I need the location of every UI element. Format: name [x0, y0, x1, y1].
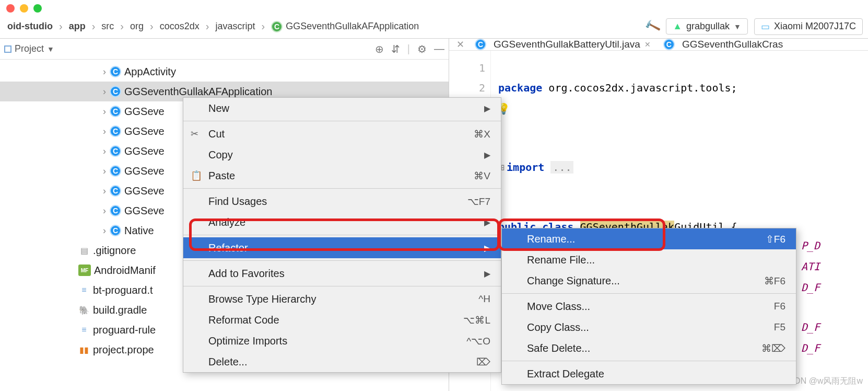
menu-label: Analyze [208, 216, 245, 228]
menu-item-cut[interactable]: ✂Cut⌘X [183, 123, 501, 144]
text-file-icon: ≡ [78, 324, 90, 336]
build-icon[interactable]: 🔨 [644, 18, 662, 36]
breadcrumb-item[interactable]: src [99, 21, 116, 32]
tree-item[interactable]: ›CAppActivity [0, 62, 449, 82]
menu-item-refactor[interactable]: Refactor▶ [183, 237, 501, 258]
menu-label: Safe Delete... [527, 342, 590, 354]
run-config-dropdown[interactable]: ▲ grabgullak ▼ [666, 18, 748, 34]
breadcrumb-item[interactable]: cocos2dx [158, 21, 202, 32]
tree-label: GGSeve [124, 145, 165, 157]
target-icon[interactable]: ⊕ [375, 43, 384, 55]
tree-label: AndroidManif [94, 264, 156, 277]
shortcut-label: ⌥⌘L [463, 314, 490, 326]
breadcrumb-item[interactable]: oid-studio [5, 21, 55, 32]
menu-item-copy[interactable]: Copy▶ [183, 144, 501, 165]
menu-separator [502, 293, 796, 294]
divider: | [407, 43, 410, 55]
breadcrumb-item[interactable]: org [128, 21, 146, 32]
run-config-label: grabgullak [686, 21, 730, 32]
tree-label: bt-proguard.t [93, 284, 153, 296]
device-dropdown[interactable]: ▭ Xiaomi M2007J17C [754, 18, 863, 35]
menu-item-browse-type-hierarchy[interactable]: Browse Type Hierarchy^H [183, 289, 501, 309]
tree-label: project.prope [93, 344, 154, 356]
shortcut-label: F5 [774, 321, 785, 333]
menu-label: Refactor [208, 242, 248, 254]
refactor-submenu[interactable]: Rename...⇧F6Rename File...Change Signatu… [501, 228, 796, 385]
class-icon: C [110, 106, 121, 117]
menu-item-extract-delegate[interactable]: Extract Delegate [502, 363, 796, 384]
breadcrumb-item[interactable]: CGGSeventhGullakAFApplication [269, 21, 421, 32]
expand-icon[interactable]: › [99, 166, 110, 177]
device-label: Xiaomi M2007J17C [774, 21, 856, 32]
menu-label: Add to Favorites [208, 268, 285, 280]
class-icon: C [110, 185, 121, 197]
expand-icon[interactable]: › [99, 205, 110, 216]
tree-label: GGSeventhGullakAFApplication [124, 86, 273, 98]
chevron-down-icon: ▼ [734, 22, 741, 31]
menu-item-delete[interactable]: Delete...⌦ [183, 351, 501, 372]
tab-label: GGSeventhGullakBatteryUtil.java [494, 39, 640, 50]
menu-item-analyze[interactable]: Analyze▶ [183, 212, 501, 233]
menu-item-copy-class[interactable]: Copy Class...F5 [502, 317, 796, 338]
shortcut-label: ^H [478, 293, 490, 305]
shortcut-label: ⌘F6 [764, 275, 785, 287]
class-icon: C [110, 86, 121, 97]
close-tab-icon[interactable]: ✕ [456, 39, 464, 50]
code-fragment: D_F [801, 321, 820, 334]
maximize-window-icon[interactable] [33, 4, 42, 13]
chevron-right-icon: › [206, 20, 209, 32]
expand-icon[interactable]: › [99, 126, 110, 137]
breadcrumb-item[interactable]: javascript [213, 21, 257, 32]
android-icon: ▲ [673, 21, 682, 32]
hide-icon[interactable]: — [434, 43, 444, 55]
menu-item-add-to-favorites[interactable]: Add to Favorites▶ [183, 263, 501, 284]
editor-tab[interactable]: C GGSeventhGullakBatteryUtil.java ✕ [468, 39, 657, 50]
gradle-icon: 🐘 [78, 304, 90, 316]
tool-window-title[interactable]: Project ▼ [4, 43, 375, 54]
menu-separator [183, 286, 501, 286]
toolbar: oid-studio› app› src› org› cocos2dx› jav… [0, 15, 868, 39]
close-window-icon[interactable] [6, 4, 15, 13]
menu-item-change-signature[interactable]: Change Signature...⌘F6 [502, 270, 796, 291]
expand-icon[interactable]: › [99, 186, 110, 197]
expand-icon[interactable]: › [99, 66, 110, 77]
expand-icon[interactable]: › [99, 106, 110, 117]
tool-window-header: Project ▼ ⊕ ⇵ | ⚙ — [0, 39, 449, 60]
shortcut-label: ⌘V [474, 170, 490, 182]
menu-label: Paste [208, 170, 235, 182]
close-tab-icon[interactable]: ✕ [644, 40, 651, 49]
collapse-icon[interactable]: ⇵ [391, 43, 400, 55]
menu-item-safe-delete[interactable]: Safe Delete...⌘⌦ [502, 338, 796, 359]
editor-tab[interactable]: C GGSeventhGullakCras [657, 39, 789, 50]
menu-label: Move Class... [527, 301, 590, 313]
expand-icon[interactable]: › [99, 86, 110, 97]
tree-label: Native [124, 225, 154, 237]
menu-icon: ✂ [191, 128, 198, 140]
menu-item-paste[interactable]: 📋Paste⌘V [183, 165, 501, 186]
code-fragment: P_D [801, 239, 820, 252]
expand-icon[interactable]: › [99, 225, 110, 236]
menu-label: Rename File... [527, 254, 595, 266]
menu-item-reformat-code[interactable]: Reformat Code⌥⌘L [183, 309, 501, 330]
expand-icon[interactable]: › [99, 146, 110, 157]
breadcrumb-item[interactable]: app [67, 21, 88, 32]
menu-item-rename[interactable]: Rename...⇧F6 [502, 228, 796, 249]
minimize-window-icon[interactable] [20, 4, 28, 13]
menu-item-new[interactable]: New▶ [183, 98, 501, 119]
menu-separator [183, 188, 501, 189]
menu-label: Reformat Code [208, 314, 279, 326]
class-icon: C [110, 205, 121, 216]
tree-label: AppActivity [124, 66, 176, 78]
menu-label: Browse Type Hierarchy [208, 293, 316, 305]
tree-label: GGSeve [124, 106, 165, 118]
tree-label: GGSeve [124, 205, 165, 217]
text-file-icon: ≡ [78, 284, 90, 296]
menu-item-optimize-imports[interactable]: Optimize Imports^⌥O [183, 330, 501, 351]
context-menu[interactable]: New▶✂Cut⌘XCopy▶📋Paste⌘VFind Usages⌥F7Ana… [183, 97, 501, 373]
gear-icon[interactable]: ⚙ [417, 43, 427, 55]
menu-item-find-usages[interactable]: Find Usages⌥F7 [183, 191, 501, 212]
menu-item-rename-file[interactable]: Rename File... [502, 249, 796, 270]
menu-label: Extract Delegate [527, 368, 604, 380]
class-icon: C [110, 125, 121, 137]
menu-item-move-class[interactable]: Move Class...F6 [502, 296, 796, 317]
